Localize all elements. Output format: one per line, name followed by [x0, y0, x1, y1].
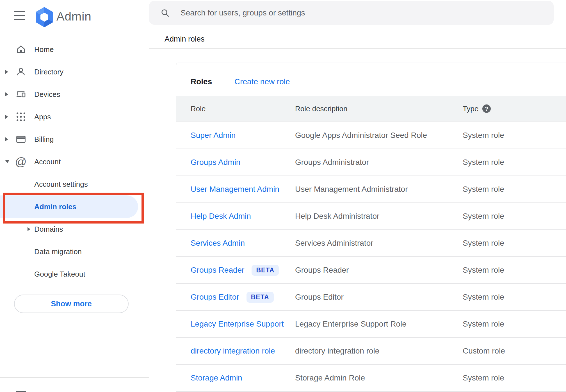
sidebar-item-directory[interactable]: Directory: [0, 61, 149, 83]
sidebar-item-account-settings[interactable]: Account settings: [0, 173, 149, 195]
google-admin-console: Admin Search for users, groups or settin…: [0, 0, 566, 392]
role-link[interactable]: Super Admin: [191, 131, 236, 140]
sidebar-item-label: Account: [34, 158, 61, 166]
search-icon: [161, 9, 169, 17]
role-link[interactable]: Legacy Enterprise Support: [191, 320, 284, 329]
sidebar-item-google-takeout[interactable]: Google Takeout: [0, 263, 149, 285]
chevron-down-icon[interactable]: [5, 160, 9, 163]
role-type: System role: [463, 158, 566, 167]
chevron-right-icon[interactable]: [28, 227, 30, 231]
role-description: Groups Reader: [295, 266, 463, 275]
role-link[interactable]: Help Desk Admin: [191, 212, 251, 221]
column-header-role: Role: [191, 104, 295, 113]
at-sign-icon: @: [15, 156, 27, 168]
table-header-row: Role Role description Type ?: [176, 96, 566, 122]
sidebar-item-label: Domains: [34, 225, 63, 234]
role-type: System role: [463, 185, 566, 194]
help-question-icon[interactable]: ?: [482, 104, 491, 113]
sidebar-bottom-divider: [0, 377, 149, 378]
table-row-groups-editor: Groups EditorBETAGroups EditorSystem rol…: [176, 284, 566, 311]
role-link[interactable]: Services Admin: [191, 239, 245, 248]
role-description: directory integration role: [295, 347, 463, 355]
sidebar-item-label: Account settings: [34, 180, 88, 189]
role-description: User Management Administrator: [295, 185, 463, 194]
person-icon: [16, 67, 26, 77]
partial-bottom-icon: [16, 391, 26, 392]
sidebar-item-label: Directory: [34, 68, 63, 76]
table-row-services-admin: Services AdminServices AdministratorSyst…: [176, 230, 566, 257]
chevron-right-icon[interactable]: [5, 70, 8, 74]
sidebar-item-data-migration[interactable]: Data migration: [0, 240, 149, 263]
sidebar-item-apps[interactable]: Apps: [0, 106, 149, 128]
sidebar-item-account[interactable]: @Account: [0, 151, 149, 173]
sidebar-item-domains[interactable]: Domains: [0, 218, 149, 240]
role-type: System role: [463, 239, 566, 248]
sidebar-item-home[interactable]: Home: [0, 38, 149, 61]
sidebar-item-billing[interactable]: Billing: [0, 128, 149, 151]
role-link[interactable]: Groups Editor: [191, 293, 239, 302]
table-row-help-desk-admin: Help Desk AdminHelp Desk AdministratorSy…: [176, 203, 566, 230]
table-row-user-management-admin: User Management AdminUser Management Adm…: [176, 176, 566, 203]
create-new-role-link[interactable]: Create new role: [234, 77, 290, 86]
role-description: Legacy Enterprise Support Role: [295, 320, 463, 329]
sidebar-item-label: Devices: [34, 90, 60, 99]
table-row-directory-integration-role: directory integration roledirectory inte…: [176, 338, 566, 365]
home-icon: [16, 44, 26, 55]
table-row-legacy-enterprise-support: Legacy Enterprise SupportLegacy Enterpri…: [176, 311, 566, 338]
role-type: System role: [463, 320, 566, 329]
apps-grid-icon: [16, 112, 26, 122]
role-description: Groups Editor: [295, 293, 463, 302]
show-more-button[interactable]: Show more: [14, 295, 129, 313]
sidebar-list: HomeDirectoryDevicesAppsBilling@AccountA…: [0, 38, 149, 285]
role-type: System role: [463, 131, 566, 140]
role-type: System role: [463, 266, 566, 275]
role-description: Storage Admin Role: [295, 373, 463, 382]
role-type: System role: [463, 373, 566, 382]
breadcrumb: Admin roles: [165, 35, 205, 44]
roles-table-body: Super AdminGoogle Apps Administrator See…: [176, 122, 566, 392]
sidebar-item-label: Google Takeout: [34, 270, 85, 279]
card-title: Roles: [191, 77, 212, 86]
role-description: Groups Administrator: [295, 158, 463, 167]
table-row-super-admin: Super AdminGoogle Apps Administrator See…: [176, 122, 566, 149]
beta-badge: BETA: [247, 292, 274, 303]
column-header-role-description: Role description: [295, 104, 463, 113]
sidebar-item-label: Data migration: [34, 247, 82, 256]
role-description: Google Apps Administrator Seed Role: [295, 131, 463, 140]
role-type: Custom role: [463, 347, 566, 355]
role-type: System role: [463, 293, 566, 302]
table-row-storage-admin: Storage AdminStorage Admin RoleSystem ro…: [176, 365, 566, 392]
chevron-right-icon[interactable]: [5, 92, 8, 96]
chevron-right-icon[interactable]: [5, 115, 8, 119]
column-header-type: Type: [463, 104, 478, 113]
table-row-groups-admin: Groups AdminGroups AdministratorSystem r…: [176, 149, 566, 176]
credit-card-icon: [16, 134, 26, 145]
role-link[interactable]: Groups Reader: [191, 266, 244, 275]
role-link[interactable]: User Management Admin: [191, 185, 279, 194]
sidebar-item-label: Billing: [34, 135, 54, 144]
role-type: System role: [463, 212, 566, 221]
sidebar-item-devices[interactable]: Devices: [0, 83, 149, 106]
table-row-groups-reader: Groups ReaderBETAGroups ReaderSystem rol…: [176, 257, 566, 284]
role-link[interactable]: Groups Admin: [191, 158, 240, 167]
search-placeholder: Search for users, groups or settings: [181, 8, 305, 17]
sidebar-item-label: Admin roles: [34, 202, 76, 211]
sidebar-item-admin-roles[interactable]: Admin roles: [0, 195, 149, 218]
beta-badge: BETA: [252, 265, 279, 276]
search-bar[interactable]: Search for users, groups or settings: [149, 1, 554, 25]
role-description: Services Administrator: [295, 239, 463, 248]
roles-card: Roles Create new role Role Role descript…: [176, 63, 566, 392]
role-link[interactable]: directory integration role: [191, 347, 275, 355]
role-link[interactable]: Storage Admin: [191, 373, 242, 382]
header-divider: [149, 48, 566, 49]
chevron-right-icon[interactable]: [5, 137, 8, 141]
sidebar-item-label: Home: [34, 45, 54, 54]
sidebar: HomeDirectoryDevicesAppsBilling@AccountA…: [0, 0, 149, 392]
devices-icon: [16, 89, 26, 100]
card-header: Roles Create new role: [176, 63, 566, 96]
role-description: Help Desk Administrator: [295, 212, 463, 221]
sidebar-item-label: Apps: [34, 113, 51, 121]
